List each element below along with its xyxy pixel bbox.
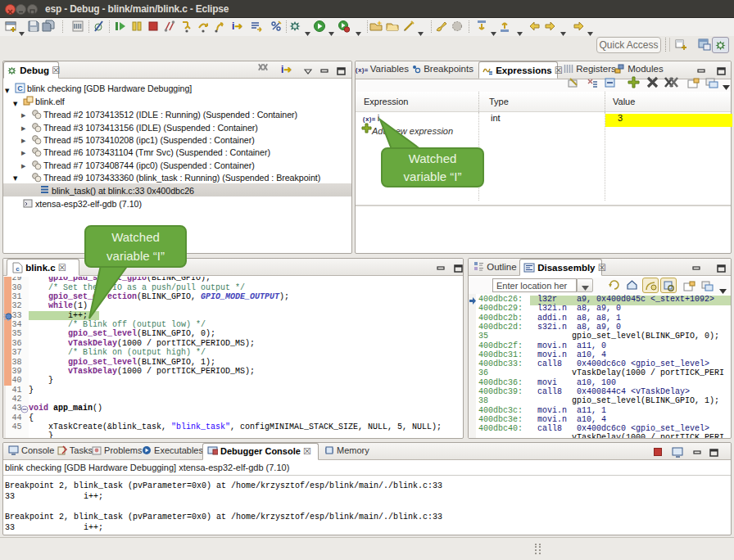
- svg-text:C: C: [17, 84, 23, 93]
- svg-text:c: c: [16, 265, 20, 273]
